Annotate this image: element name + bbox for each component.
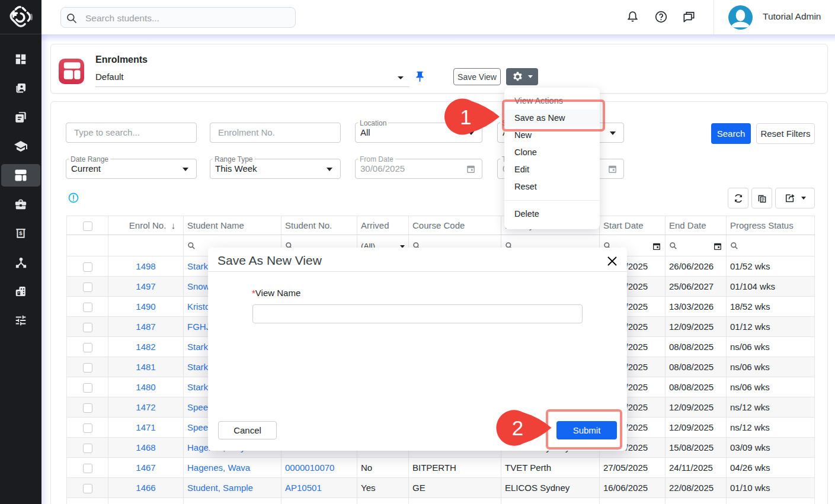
svg-text:$: $ [19,230,23,236]
svg-text:2: 2 [512,416,523,439]
svg-text:1: 1 [460,105,471,129]
